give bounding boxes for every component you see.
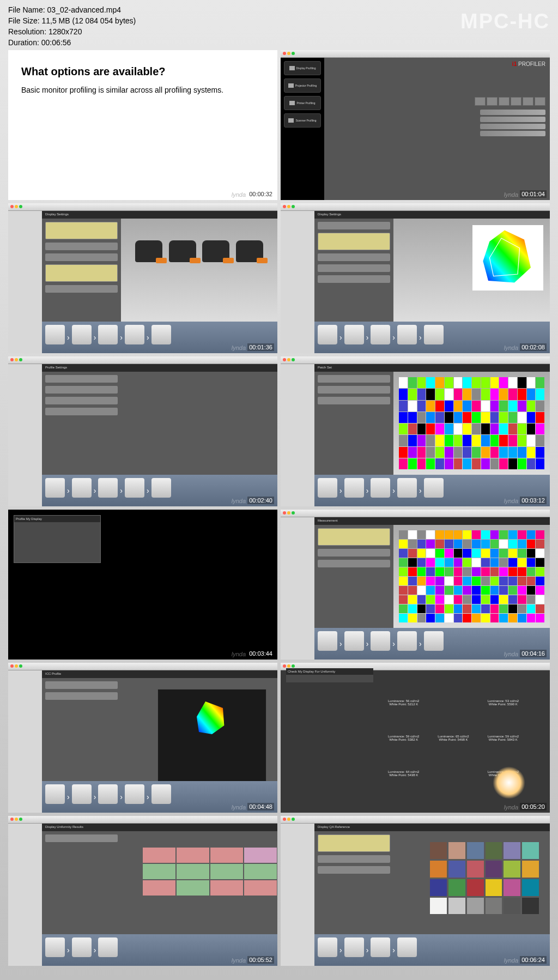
thumbnail[interactable]: What options are available? Basic monito… [8,50,277,200]
cursor-highlight [493,766,525,799]
thumbnail[interactable]: Check My Display For Uniformity Luminanc… [281,663,550,813]
measurement-patches [399,530,544,622]
thumbnail[interactable]: Display QA Reference ››› lynda 00:06:24 [281,816,550,966]
scanner-profiling-button[interactable]: Scanner Profiling [284,113,321,128]
projector-profiling-button[interactable]: Projector Profiling [284,78,321,93]
patch-set [399,377,544,469]
device-icon [236,240,263,262]
workflow-step[interactable] [98,325,118,344]
workflow-step[interactable] [72,325,92,344]
progress-bars [480,110,545,138]
workflow-step[interactable] [45,325,65,344]
slide-body: Basic monitor profiling is similar acros… [8,84,277,96]
slide-title: What options are available? [8,50,277,84]
thumbnail[interactable]: Patch Set ›››› lynda 00:03:12 [281,356,550,506]
workflow-step[interactable] [151,325,171,344]
uniformity-table [143,848,277,896]
gamut-chart [472,225,543,291]
preview-panel [121,219,277,322]
watermark: lynda [232,191,246,198]
thumbnail[interactable]: Display Profiling Projector Profiling Pr… [281,50,550,200]
section-header: Display Settings [42,211,277,219]
thumbnail-grid: What options are available? Basic monito… [8,50,550,966]
thumbnail[interactable]: Display Uniformity Results ›› lynda 00:0… [8,816,277,966]
workflow-step[interactable] [125,325,144,344]
thumbnail[interactable]: Display Settings ›››› lynda 00:02:08 [281,203,550,353]
file-size: 11,5 MB (12 084 054 bytes) [41,16,136,25]
thumbnail[interactable]: Measurement ›››› lynda 00:04:16 [281,510,550,660]
thumbnail[interactable]: Display Settings › › › › lynda 00:01:36 [8,203,277,353]
file-resolution: 1280x720 [48,27,82,36]
profile-dialog: Profile My Display [14,515,101,563]
device-icon [135,240,162,262]
uniformity-dialog: Check My Display For Uniformity [286,668,373,682]
device-icon [169,240,196,262]
colorchecker-chart [430,842,539,914]
window-titlebar [281,50,550,58]
app-logo: MPC-HC [460,10,550,33]
thumbnail[interactable]: ICC Profile ›››› lynda 00:04:48 [8,663,277,813]
icon-row [475,97,545,106]
assets-sidebar [8,211,42,353]
timestamp: 00:00:32 [247,190,274,198]
icc-result-box [157,689,266,787]
file-info-block: File Name: 03_02-advanced.mp4 File Size:… [8,4,136,48]
file-name: 03_02-advanced.mp4 [47,5,121,14]
brand-label: i1 i1 PROFILERPROFILER [512,61,545,67]
settings-panel [42,219,121,322]
watermark: lynda [504,191,518,198]
file-duration: 00:06:56 [41,38,71,47]
timestamp: 00:01:04 [520,190,547,198]
display-profiling-button[interactable]: Display Profiling [284,61,321,75]
svg-marker-2 [197,701,224,734]
thumbnail[interactable]: Profile My Display lynda 00:03:44 [8,510,277,660]
device-icon [202,240,229,262]
main-panel: i1 i1 PROFILERPROFILER [324,58,550,200]
profiling-sidebar: Display Profiling Projector Profiling Pr… [281,58,324,200]
printer-profiling-button[interactable]: Printer Profiling [284,96,321,110]
thumbnail[interactable]: Profile Settings ›››› lynda 00:02:40 [8,356,277,506]
